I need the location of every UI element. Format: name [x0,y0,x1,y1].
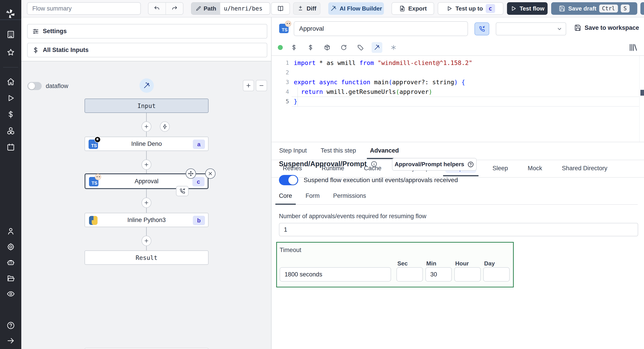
schedules-icon[interactable] [0,140,21,154]
ai-assistant-button[interactable] [372,42,382,53]
flow-summary-input[interactable]: Flow summary [27,2,141,15]
step-name-input[interactable]: Approval [294,21,468,36]
timeout-value-input[interactable]: 1800 seconds [280,267,391,282]
variables-button[interactable] [305,42,316,53]
min-input[interactable]: 30 [425,267,452,282]
step-panel: TS Approval Save to workspace 12345 impo… [272,17,644,349]
delete-step-button[interactable] [205,168,216,179]
day-input[interactable] [483,267,510,282]
input-node[interactable]: Input [84,99,208,113]
subtab-shared-directory[interactable]: Shared Directory [558,162,611,176]
step-id-badge: a [193,140,205,149]
info-icon[interactable] [371,161,378,167]
ai-graph-wand-button[interactable] [140,78,154,93]
path-field[interactable]: Path u/henri/bes [191,2,270,15]
timeout-label: Timeout [280,247,301,254]
workers-icon[interactable] [0,256,21,269]
code-editor[interactable]: 12345 import * as wmill from "windmill-c… [272,55,644,142]
resources-icon[interactable] [0,124,21,138]
deploy-button-partial[interactable] [640,2,644,15]
approvals-count-input[interactable]: 1 [279,223,638,236]
dataflow-label: dataflow [46,83,68,90]
test-up-to-button[interactable]: Test up to c [438,2,504,15]
step-id-badge: b [193,216,205,225]
step-node-deno[interactable]: TS Inline Deno a [84,137,208,151]
typescript-icon: TS [89,177,98,186]
folders-icon[interactable] [0,272,21,285]
runs-icon[interactable] [0,91,21,105]
zoom-in-button[interactable] [243,80,254,91]
expand-sidebar-icon[interactable] [0,334,21,348]
redo-button[interactable] [166,3,183,14]
error-handler-card[interactable]: Error Handler [84,348,208,349]
app-sidebar [0,0,21,349]
format-tag-button[interactable] [355,42,366,53]
favorites-icon[interactable] [0,46,21,59]
library-button[interactable] [322,42,332,53]
move-step-button[interactable] [186,168,196,179]
suspend-phone-button[interactable] [474,22,489,35]
diff-icon [297,5,304,12]
subtab-sleep[interactable]: Sleep [489,162,512,176]
save-icon [574,24,582,31]
dataflow-toggle[interactable] [27,82,42,90]
tab-step-input[interactable]: Step Input [279,143,307,159]
tab-advanced[interactable]: Advanced [370,143,399,159]
approval-phone-chip[interactable] [176,186,188,196]
save-draft-button[interactable]: Save draft Ctrl S [551,2,637,15]
ai-flow-builder-button[interactable]: AI Flow Builder [328,2,384,15]
undo-button[interactable] [148,3,166,14]
line-numbers: 12345 [272,58,289,106]
suspend-inner-tabs: Core Form Permissions [279,191,638,205]
zoom-out-button[interactable] [256,80,267,91]
hour-input[interactable] [454,267,481,282]
editor-scrollbar[interactable] [640,90,644,96]
library-panel-icon[interactable] [628,42,638,52]
book-icon [277,5,284,12]
add-trigger-button[interactable] [160,121,170,132]
variables-icon[interactable] [0,108,21,121]
reset-button[interactable] [338,42,349,53]
audit-logs-icon[interactable] [0,287,21,301]
approvals-count-label: Number of approvals/events required for … [279,213,426,220]
path-value[interactable]: u/henri/bes [220,3,266,14]
step-node-python[interactable]: Inline Python3 b [84,213,208,227]
sidebar-divider [0,19,21,20]
suspend-toggle[interactable] [279,175,298,185]
add-step-button[interactable] [142,159,151,170]
tab-form[interactable]: Form [306,191,320,204]
sec-input[interactable] [396,267,423,282]
windmill-logo-icon[interactable] [4,7,17,20]
subtab-mock[interactable]: Mock [524,162,546,176]
home-icon[interactable] [0,75,21,88]
path-label: Path [192,3,220,14]
question-circle-icon [467,161,474,168]
help-icon[interactable] [0,319,21,332]
add-step-button[interactable] [142,198,151,208]
result-node[interactable]: Result [84,250,208,265]
ai-off-button[interactable] [388,42,399,53]
diff-button[interactable]: Diff [293,2,320,15]
pencil-icon [196,5,201,11]
approval-prompt-helpers-button[interactable]: Approval/Prompt helpers [392,158,477,171]
dollar-icon [32,47,39,54]
test-flow-button[interactable]: Test flow [507,2,548,15]
add-step-button[interactable] [142,121,151,132]
docs-button[interactable] [271,2,290,15]
static-inputs-card[interactable]: All Static Inputs [27,43,267,57]
tab-permissions[interactable]: Permissions [333,191,366,204]
save-to-workspace-button[interactable]: Save to workspace [574,24,639,31]
flow-settings-card[interactable]: Settings [27,24,267,38]
assets-button[interactable] [288,42,299,53]
workspace-icon[interactable] [0,28,21,41]
add-step-button[interactable] [142,236,151,246]
save-icon [559,5,566,12]
export-button[interactable]: Export [392,2,434,15]
users-icon[interactable] [0,224,21,238]
baby-face-icon [285,20,291,27]
tag-select[interactable] [496,22,566,35]
tab-core[interactable]: Core [279,191,292,204]
tab-test-this-step[interactable]: Test this step [321,143,356,159]
code-content[interactable]: import * as wmill from "windmill-client@… [294,58,637,106]
settings-icon[interactable] [0,240,21,254]
